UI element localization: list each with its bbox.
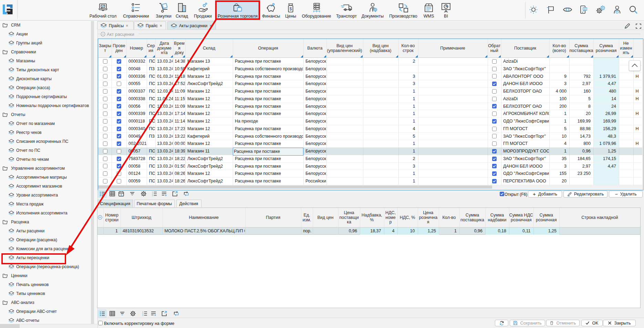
svg-text:3: 3 (152, 194, 153, 197)
svg-text:3: 3 (142, 314, 143, 316)
